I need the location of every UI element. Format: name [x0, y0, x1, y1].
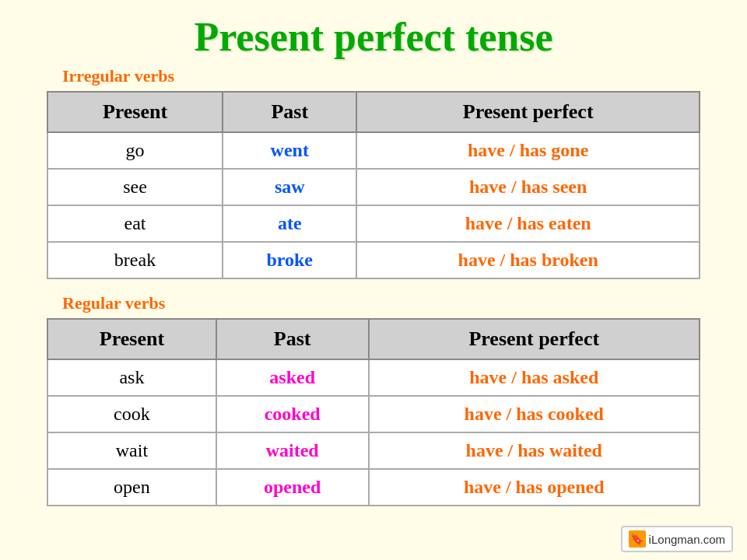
- irregular-present-1: see: [47, 169, 223, 205]
- regular-table-wrapper: Present Past Present perfect askaskedhav…: [47, 318, 700, 506]
- irregular-perfect-2: have / has eaten: [356, 205, 700, 242]
- table-row: eatatehave / has eaten: [47, 205, 700, 242]
- regular-verbs-table: Present Past Present perfect askaskedhav…: [47, 318, 700, 506]
- regular-past-2: waited: [216, 432, 369, 469]
- regular-verbs-label: Regular verbs: [62, 293, 747, 313]
- table-row: gowenthave / has gone: [47, 132, 700, 169]
- regular-perfect-3: have / has opened: [369, 469, 700, 506]
- regular-past-1: cooked: [216, 396, 369, 432]
- irregular-verbs-label: Irregular verbs: [62, 66, 747, 86]
- table-row: openopenedhave / has opened: [47, 469, 700, 506]
- regular-header-perfect: Present perfect: [369, 319, 700, 359]
- regular-header-present: Present: [47, 319, 216, 359]
- irregular-present-0: go: [47, 132, 223, 169]
- irregular-past-2: ate: [223, 205, 356, 242]
- irregular-present-2: eat: [47, 205, 223, 242]
- table-row: breakbrokehave / has broken: [47, 242, 700, 278]
- irregular-present-3: break: [47, 242, 223, 278]
- irregular-past-0: went: [223, 132, 356, 169]
- regular-present-3: open: [47, 469, 216, 506]
- watermark-icon: 🔖: [629, 530, 646, 548]
- irregular-perfect-3: have / has broken: [356, 242, 700, 278]
- table-row: askaskedhave / has asked: [47, 359, 700, 396]
- irregular-past-3: broke: [223, 242, 356, 278]
- irregular-header-perfect: Present perfect: [356, 92, 700, 132]
- regular-perfect-2: have / has waited: [369, 432, 700, 469]
- regular-perfect-1: have / has cooked: [369, 396, 700, 432]
- regular-perfect-0: have / has asked: [369, 359, 700, 396]
- irregular-verbs-table: Present Past Present perfect gowenthave …: [47, 91, 700, 279]
- irregular-perfect-1: have / has seen: [356, 169, 700, 205]
- regular-past-3: opened: [216, 469, 369, 506]
- irregular-perfect-0: have / has gone: [356, 132, 700, 169]
- table-row: cookcookedhave / has cooked: [47, 396, 700, 432]
- irregular-header-present: Present: [47, 92, 223, 132]
- regular-present-0: ask: [47, 359, 216, 396]
- regular-header-past: Past: [216, 319, 369, 359]
- regular-past-0: asked: [216, 359, 369, 396]
- regular-present-1: cook: [47, 396, 216, 432]
- table-row: seesawhave / has seen: [47, 169, 700, 205]
- table-row: waitwaitedhave / has waited: [47, 432, 700, 469]
- regular-present-2: wait: [47, 432, 216, 469]
- irregular-table-wrapper: Present Past Present perfect gowenthave …: [47, 91, 700, 279]
- watermark-text: iLongman.com: [649, 533, 725, 546]
- page-title: Present perfect tense: [0, 0, 747, 66]
- watermark: 🔖 iLongman.com: [621, 526, 733, 552]
- irregular-header-past: Past: [223, 92, 356, 132]
- irregular-past-1: saw: [223, 169, 356, 205]
